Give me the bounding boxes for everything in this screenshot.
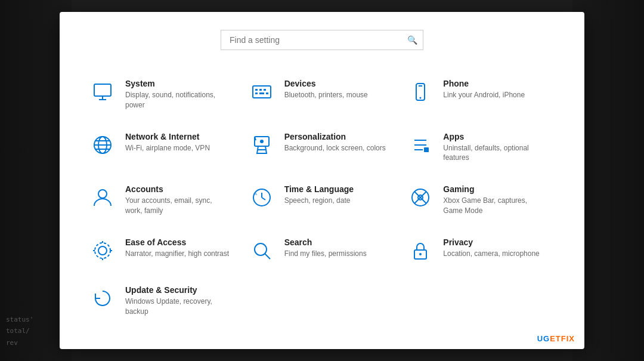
watermark-suffix: ETFIX [550,334,575,343]
settings-grid: System Display, sound, notifications, po… [83,68,561,327]
brush-icon [249,132,275,158]
monitor-icon [89,79,116,105]
search-input[interactable] [221,30,423,50]
clock-icon: A [249,184,275,211]
network-title: Network & Internet [125,132,210,141]
gaming-desc: Xbox Game Bar, captures, Game Mode [443,196,549,216]
apps-text: Apps Uninstall, defaults, optional featu… [443,132,549,163]
ease-title: Ease of Access [125,237,229,247]
svg-rect-3 [253,86,271,98]
svg-point-20 [260,140,264,143]
svg-rect-24 [424,147,429,152]
ease-icon [89,237,116,264]
devices-title: Devices [284,79,368,88]
update-icon [89,285,116,311]
accounts-title: Accounts [125,184,231,194]
system-desc: Display, sound, notifications, power [125,90,231,110]
update-desc: Windows Update, recovery, backup [125,297,231,317]
svg-point-43 [419,253,422,255]
apps-title: Apps [443,132,549,141]
grid-item-apps[interactable]: Apps Uninstall, defaults, optional featu… [401,121,561,174]
svg-point-11 [420,97,422,99]
accounts-desc: Your accounts, email, sync, work, family [125,196,231,216]
devices-desc: Bluetooth, printers, mouse [284,90,368,100]
system-title: System [125,79,231,88]
search-title: Search [284,237,367,247]
keyboard-icon [249,79,275,105]
watermark-prefix: UG [537,334,550,343]
grid-item-update[interactable]: Update & Security Windows Update, recove… [83,274,243,328]
personalization-desc: Background, lock screen, colors [284,143,386,153]
svg-line-28 [262,198,265,200]
grid-item-privacy[interactable]: Privacy Location, camera, microphone [401,227,561,274]
update-title: Update & Security [125,285,231,295]
search-text: Search Find my files, permissions [284,237,367,259]
svg-rect-8 [259,92,264,94]
devices-text: Devices Bluetooth, printers, mouse [284,79,368,100]
xbox-icon [407,184,434,211]
update-text: Update & Security Windows Update, recove… [125,285,231,317]
apps-icon [407,132,434,158]
gaming-title: Gaming [443,184,549,194]
grid-item-gaming[interactable]: Gaming Xbox Game Bar, captures, Game Mod… [401,174,561,227]
svg-rect-4 [255,89,258,91]
search-icon [249,237,275,264]
ease-desc: Narrator, magnifier, high contrast [125,249,229,259]
svg-rect-7 [255,92,258,94]
grid-item-system[interactable]: System Display, sound, notifications, po… [83,68,243,121]
grid-item-ease[interactable]: Ease of Access Narrator, magnifier, high… [83,227,243,274]
grid-item-network[interactable]: Network & Internet Wi-Fi, airplane mode,… [83,121,243,174]
globe-icon [89,132,116,158]
accounts-text: Accounts Your accounts, email, sync, wor… [125,184,231,216]
svg-text:A: A [255,192,257,196]
system-text: System Display, sound, notifications, po… [125,79,231,110]
gaming-text: Gaming Xbox Game Bar, captures, Game Mod… [443,184,549,216]
svg-line-41 [265,254,270,259]
privacy-title: Privacy [443,237,539,247]
search-icon: 🔍 [407,35,417,45]
grid-item-accounts[interactable]: Accounts Your accounts, email, sync, wor… [83,174,243,227]
personalization-title: Personalization [284,132,386,141]
phone-icon [407,79,434,105]
phone-text: Phone Link your Android, iPhone [443,79,525,100]
watermark: UGETFIX [537,334,575,343]
phone-desc: Link your Android, iPhone [443,90,525,100]
svg-rect-9 [266,92,268,94]
svg-rect-5 [259,89,262,91]
code-text-left: status'total/rev [6,314,66,349]
lock-icon [407,237,434,264]
personalization-text: Personalization Background, lock screen,… [284,132,386,153]
privacy-desc: Location, camera, microphone [443,249,539,259]
grid-item-personalization[interactable]: Personalization Background, lock screen,… [243,121,402,174]
ease-text: Ease of Access Narrator, magnifier, high… [125,237,229,259]
grid-item-phone[interactable]: Phone Link your Android, iPhone [401,68,561,121]
svg-rect-6 [264,89,266,91]
time-title: Time & Language [284,184,354,194]
phone-title: Phone [443,79,525,88]
svg-point-34 [95,243,110,258]
grid-item-devices[interactable]: Devices Bluetooth, printers, mouse [243,68,402,121]
person-icon [89,184,116,211]
svg-rect-0 [94,84,111,96]
search-desc: Find my files, permissions [284,249,367,259]
time-text: Time & Language Speech, region, date [284,184,354,206]
network-text: Network & Internet Wi-Fi, airplane mode,… [125,132,210,153]
svg-point-25 [98,190,107,198]
grid-item-search[interactable]: Search Find my files, permissions [243,227,402,274]
grid-item-time[interactable]: A Time & Language Speech, region, date [243,174,402,227]
network-desc: Wi-Fi, airplane mode, VPN [125,143,210,153]
search-wrapper: 🔍 [221,30,423,50]
apps-desc: Uninstall, defaults, optional features [443,143,549,163]
time-desc: Speech, region, date [284,196,354,206]
privacy-text: Privacy Location, camera, microphone [443,237,539,259]
settings-window: 🔍 System Display, sound, notifications, … [60,12,584,349]
svg-point-35 [98,246,107,255]
